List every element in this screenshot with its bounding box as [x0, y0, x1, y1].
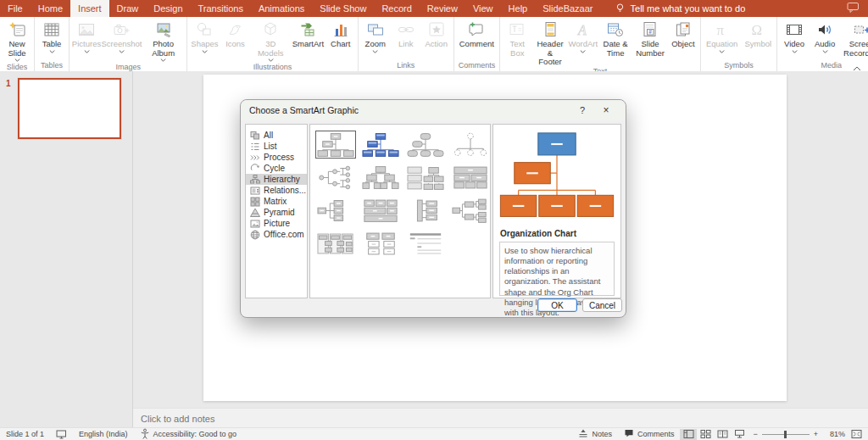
- ribbon-button-zoom[interactable]: Zoom: [360, 19, 391, 54]
- tab-transitions[interactable]: Transitions: [191, 0, 251, 17]
- tab-review[interactable]: Review: [420, 0, 465, 17]
- accessibility-checker[interactable]: Accessibility: Good to go: [134, 428, 243, 440]
- svg-text:π: π: [716, 22, 724, 38]
- tab-view[interactable]: View: [465, 0, 501, 17]
- zoom-percentage[interactable]: 81%: [823, 430, 845, 438]
- tab-home[interactable]: Home: [31, 0, 70, 17]
- zoom-slider-thumb[interactable]: [784, 431, 787, 438]
- category-label: Hierarchy: [264, 175, 300, 184]
- tab-file[interactable]: File: [0, 0, 31, 17]
- fit-to-window-icon[interactable]: [845, 429, 868, 439]
- ribbon-group-items: πEquationΩSymbol: [701, 17, 776, 61]
- ribbon-button-label: Header & Footer: [536, 40, 565, 67]
- zoom-in-button[interactable]: +: [814, 430, 818, 438]
- tab-insert[interactable]: Insert: [70, 0, 109, 17]
- ribbon-button-symbol: ΩSymbol: [741, 19, 775, 49]
- category-process[interactable]: Process: [246, 152, 307, 163]
- accessibility-icon: [140, 428, 150, 440]
- layout-hierarchy[interactable]: [360, 164, 401, 192]
- category-all[interactable]: All: [246, 130, 307, 141]
- ribbon-button-video[interactable]: Video: [779, 19, 810, 54]
- process-category-icon: [250, 153, 260, 163]
- comments-toggle[interactable]: Comments: [618, 428, 681, 440]
- category-pyramid[interactable]: Pyramid: [246, 207, 307, 218]
- layout-vertical-organization-list[interactable]: [405, 197, 446, 225]
- notes-pane[interactable]: Click to add notes: [133, 408, 868, 428]
- view-normal-button[interactable]: [680, 429, 697, 440]
- category-label: All: [264, 131, 273, 140]
- cancel-button[interactable]: Cancel: [582, 298, 622, 312]
- display-settings-icon[interactable]: [50, 429, 73, 440]
- ribbon-button-photo-album[interactable]: Photo Album: [142, 19, 186, 63]
- layout-half-circle-organization-chart[interactable]: [405, 131, 446, 159]
- category-picture[interactable]: Picture: [246, 218, 307, 229]
- layout-labeled-hierarchy[interactable]: [405, 164, 446, 192]
- chat-icon[interactable]: [847, 1, 860, 16]
- tell-me-box[interactable]: Tell me what you want to do: [615, 0, 746, 17]
- slide-thumbnail-1[interactable]: [18, 78, 121, 139]
- category-matrix[interactable]: Matrix: [246, 196, 307, 207]
- ribbon-button-label: 3D Models: [253, 40, 287, 58]
- tab-design[interactable]: Design: [146, 0, 190, 17]
- tab-help[interactable]: Help: [501, 0, 536, 17]
- layout-circle-picture-hierarchy[interactable]: [450, 131, 491, 159]
- ribbon-group-links: ZoomLinkActionLinks: [359, 17, 454, 71]
- layout-name-and-title-organization-chart[interactable]: [360, 131, 401, 159]
- ribbon-button-date-time[interactable]: Date & Time: [598, 19, 633, 58]
- tab-slide-show[interactable]: Slide Show: [312, 0, 374, 17]
- matrix-category-icon: [250, 197, 260, 207]
- layout-architecture-layout[interactable]: [360, 197, 401, 225]
- zoom-slider[interactable]: [762, 434, 810, 435]
- layout-hierarchy-list[interactable]: [360, 230, 401, 258]
- category-relations[interactable]: Relations...: [246, 185, 307, 196]
- view-slide-sorter-button[interactable]: [697, 429, 714, 440]
- zoom-out-button[interactable]: −: [753, 430, 757, 438]
- category-office-com[interactable]: Office.com: [246, 229, 307, 240]
- shapes-icon: [195, 19, 214, 40]
- view-reading-button[interactable]: [714, 429, 731, 440]
- tab-slidebazaar[interactable]: SlideBazaar: [535, 0, 600, 17]
- layout-hierarchy-circles[interactable]: [315, 164, 356, 192]
- pictures-icon: [77, 19, 96, 40]
- ribbon-button-label: Shapes: [191, 40, 218, 49]
- relations-category-icon: [250, 186, 260, 196]
- dialog-help-button[interactable]: ?: [575, 103, 590, 117]
- ok-button[interactable]: OK: [537, 298, 577, 312]
- layout-lined-list[interactable]: [405, 230, 446, 258]
- ribbon-button-chart[interactable]: Chart: [326, 19, 356, 49]
- tab-draw[interactable]: Draw: [109, 0, 147, 17]
- category-label: Process: [264, 153, 294, 162]
- ribbon-button-table[interactable]: Table: [36, 19, 67, 54]
- ribbon-button-label: Date & Time: [602, 40, 630, 58]
- ribbon-button-audio[interactable]: Audio: [810, 19, 840, 54]
- ribbon-button-slide-number[interactable]: #Slide Number: [632, 19, 668, 58]
- tab-record[interactable]: Record: [374, 0, 419, 17]
- language-indicator[interactable]: English (India): [73, 430, 134, 438]
- layout-table-hierarchy[interactable]: [450, 164, 491, 192]
- layout-organization-chart[interactable]: [315, 131, 356, 159]
- notes-toggle[interactable]: Notes: [572, 428, 618, 440]
- category-label: Cycle: [264, 164, 285, 173]
- layout-horizontal-organization-chart[interactable]: [315, 197, 356, 225]
- chevron-down-icon: [84, 50, 90, 54]
- ribbon: New SlideSlidesTableTablesPicturesScreen…: [0, 17, 868, 72]
- view-slideshow-button[interactable]: [731, 429, 748, 440]
- ribbon-groups: New SlideSlidesTableTablesPicturesScreen…: [0, 17, 868, 71]
- ribbon-button-object[interactable]: Object: [668, 19, 698, 49]
- ribbon-button-smartart[interactable]: SmartArt: [291, 19, 326, 49]
- ribbon-button-header-footer[interactable]: Header & Footer: [532, 19, 568, 67]
- layout-hierarchy-columns[interactable]: [315, 230, 356, 258]
- layout-horizontal-multi-level-hierarchy[interactable]: [450, 197, 491, 225]
- category-label: Picture: [264, 219, 290, 228]
- category-hierarchy[interactable]: Hierarchy: [246, 174, 307, 185]
- ribbon-button-screen-recording[interactable]: Screen Recording: [840, 19, 868, 58]
- category-list[interactable]: List: [246, 141, 307, 152]
- dialog-close-button[interactable]: ×: [598, 103, 614, 117]
- ribbon-button-new-slide[interactable]: New Slide: [2, 19, 32, 63]
- tab-animations[interactable]: Animations: [251, 0, 312, 17]
- category-cycle[interactable]: Cycle: [246, 163, 307, 174]
- ribbon-group-images: PicturesScreenshotPhoto AlbumImages: [70, 17, 187, 71]
- smartart-icon: [298, 19, 317, 40]
- slide-counter[interactable]: Slide 1 of 1: [0, 430, 50, 438]
- ribbon-button-comment[interactable]: Comment: [456, 19, 498, 49]
